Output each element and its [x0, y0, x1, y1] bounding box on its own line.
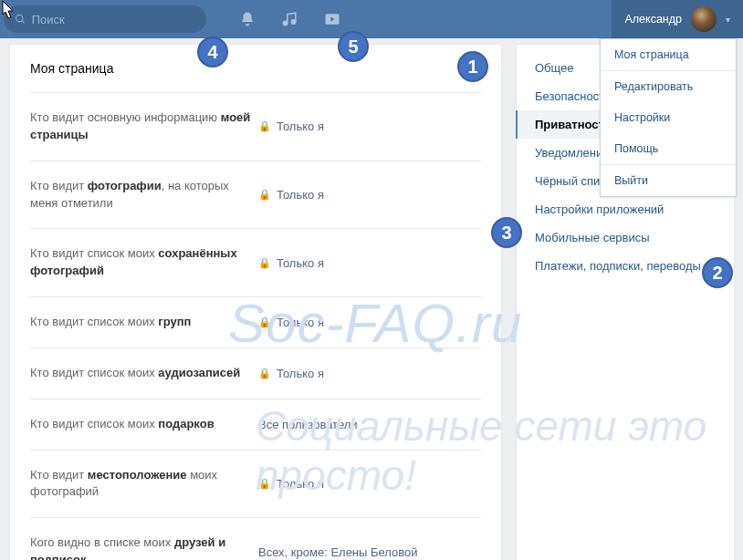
setting-label: Кто видит основную информацию моей стран… — [30, 109, 258, 144]
setting-row: Кто видит список моих сохранённых фотогр… — [30, 228, 481, 296]
sidenav-item[interactable]: Мобильные сервисы — [517, 223, 734, 252]
svg-line-1 — [22, 21, 25, 24]
setting-label: Кто видит фотографии, на которых меня от… — [30, 178, 258, 213]
setting-row: Кто видит местоположение моих фотографий… — [30, 450, 481, 518]
chevron-down-icon: ▾ — [726, 15, 730, 25]
setting-value[interactable]: 🔒Только я — [258, 477, 324, 491]
setting-value[interactable]: 🔒Только я — [258, 316, 324, 329]
user-menu[interactable]: Александр ▾ — [612, 0, 743, 38]
setting-label: Кого видно в списке моих друзей и подпис… — [30, 534, 258, 560]
setting-row: Кого видно в списке моих друзей и подпис… — [30, 517, 481, 560]
top-header: Александр ▾ — [0, 0, 743, 38]
video-icon[interactable] — [323, 10, 341, 28]
music-icon[interactable] — [281, 11, 298, 27]
privacy-settings-card: Моя страница Кто видит основную информац… — [9, 44, 502, 560]
dropdown-edit[interactable]: Редактировать — [601, 71, 736, 102]
sidenav-item[interactable]: Платежи, подписки, переводы — [517, 252, 734, 280]
page-title: Моя страница — [30, 61, 481, 76]
cursor-icon — [0, 0, 16, 20]
setting-value-text: Все пользователи — [258, 418, 358, 431]
setting-label: Кто видит список моих сохранённых фотогр… — [30, 245, 258, 280]
setting-value-text: Только я — [277, 316, 324, 329]
username: Александр — [624, 13, 682, 26]
annotation-badge-2: 2 — [702, 257, 733, 288]
setting-value[interactable]: Всех, кроме: Елены Беловой — [258, 545, 418, 559]
setting-value[interactable]: 🔒Только я — [258, 256, 324, 270]
setting-label: Кто видит список моих групп — [30, 314, 258, 331]
lock-icon: 🔒 — [258, 478, 271, 490]
annotation-badge-3: 3 — [491, 217, 522, 248]
setting-value-text: Всех, кроме: Елены Беловой — [258, 545, 418, 559]
setting-row: Кто видит фотографии, на которых меня от… — [30, 161, 481, 229]
dropdown-my-page[interactable]: Моя страница — [601, 39, 736, 70]
setting-row: Кто видит основную информацию моей стран… — [30, 92, 481, 161]
dropdown-settings[interactable]: Настройки — [601, 102, 736, 133]
annotation-badge-4: 4 — [197, 36, 228, 67]
avatar — [691, 6, 717, 32]
setting-value-text: Только я — [277, 188, 324, 202]
setting-value-text: Только я — [277, 256, 324, 270]
setting-value-text: Только я — [277, 477, 324, 491]
setting-row: Кто видит список моих групп🔒Только я — [30, 296, 481, 347]
setting-label: Кто видит список моих подарков — [30, 416, 258, 433]
dropdown-help[interactable]: Помощь — [601, 133, 736, 164]
setting-value[interactable]: 🔒Только я — [258, 188, 324, 202]
search-box[interactable] — [4, 5, 206, 33]
dropdown-logout[interactable]: Выйти — [601, 165, 736, 196]
setting-value[interactable]: Все пользователи — [258, 418, 358, 431]
annotation-badge-5: 5 — [338, 31, 369, 62]
setting-value[interactable]: 🔒Только я — [258, 119, 324, 133]
lock-icon: 🔒 — [258, 316, 271, 328]
lock-icon: 🔒 — [258, 368, 271, 379]
setting-row: Кто видит список моих подарковВсе пользо… — [30, 399, 481, 450]
lock-icon: 🔒 — [258, 189, 271, 201]
svg-point-3 — [291, 20, 296, 25]
setting-label: Кто видит список моих аудиозаписей — [30, 365, 258, 382]
setting-row: Кто видит список моих аудиозаписей🔒Тольк… — [30, 347, 481, 399]
setting-value[interactable]: 🔒Только я — [258, 367, 324, 380]
annotation-badge-1: 1 — [457, 51, 488, 82]
user-dropdown: Моя страница Редактировать Настройки Пом… — [600, 38, 737, 197]
bell-icon[interactable] — [239, 11, 256, 27]
lock-icon: 🔒 — [258, 257, 271, 269]
svg-point-0 — [16, 15, 23, 21]
search-input[interactable] — [32, 13, 195, 26]
svg-point-2 — [283, 21, 288, 26]
setting-value-text: Только я — [277, 367, 324, 380]
sidenav-item[interactable]: Настройки приложений — [517, 195, 734, 223]
setting-value-text: Только я — [277, 119, 324, 133]
setting-label: Кто видит местоположение моих фотографий — [30, 467, 258, 502]
lock-icon: 🔒 — [258, 120, 271, 132]
